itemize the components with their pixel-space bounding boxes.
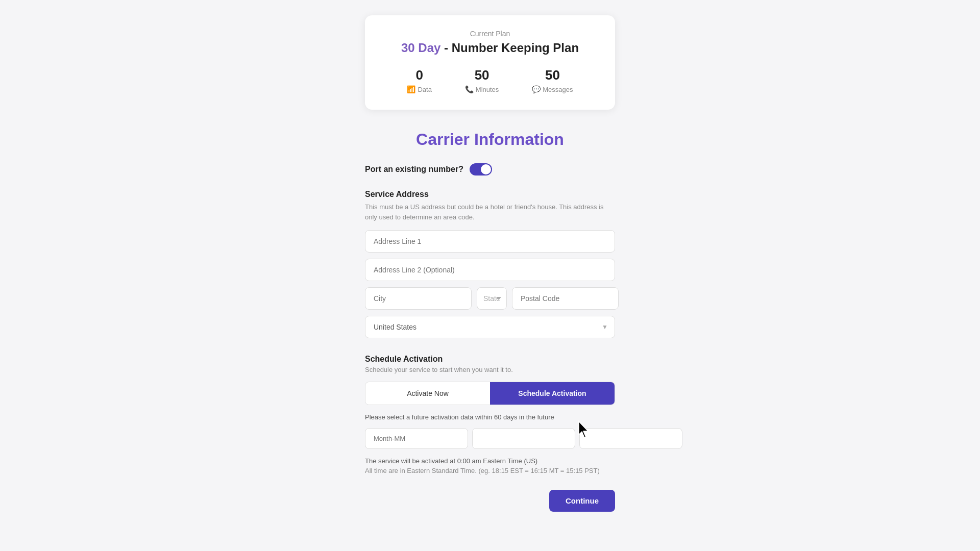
stat-minutes: 50 📞 Minutes xyxy=(465,67,499,93)
plan-stats: 0 📶 Data 50 📞 Minutes 50 💬 Messages xyxy=(396,67,584,93)
service-address-desc: This must be a US address but could be a… xyxy=(365,202,615,222)
city-state-postal-row: State xyxy=(365,287,615,310)
address-line2-input[interactable] xyxy=(365,259,615,281)
port-toggle-row: Port an existing number? xyxy=(365,163,615,176)
stat-data: 0 📶 Data xyxy=(407,67,431,93)
date-row xyxy=(365,428,615,449)
phone-icon: 📞 xyxy=(465,85,474,93)
address-line1-input[interactable] xyxy=(365,230,615,253)
schedule-activation-button[interactable]: Schedule Activation xyxy=(490,382,615,405)
country-select[interactable]: United States xyxy=(365,316,615,338)
time-note: The service will be activated at 0:00 am… xyxy=(365,457,615,465)
activation-toggle-row: Activate Now Schedule Activation xyxy=(365,382,615,405)
stat-data-value: 0 xyxy=(415,67,423,83)
plan-card-label: Current Plan xyxy=(396,30,584,38)
activation-hint: Please select a future activation data w… xyxy=(365,413,615,421)
wifi-icon: 📶 xyxy=(407,85,415,93)
plan-card: Current Plan 30 Day - Number Keeping Pla… xyxy=(365,15,615,110)
activate-now-button[interactable]: Activate Now xyxy=(365,382,490,405)
service-address-header: Service Address xyxy=(365,190,615,199)
postal-code-input[interactable] xyxy=(512,287,619,310)
port-toggle[interactable] xyxy=(470,163,492,176)
year-input[interactable] xyxy=(579,428,682,449)
schedule-header: Schedule Activation xyxy=(365,355,615,364)
carrier-form: Carrier Information Port an existing num… xyxy=(365,130,615,512)
stat-messages-label: 💬 Messages xyxy=(532,85,573,93)
stat-messages-value: 50 xyxy=(545,67,560,83)
stat-minutes-label: 📞 Minutes xyxy=(465,85,499,93)
schedule-desc: Schedule your service to start when you … xyxy=(365,366,615,373)
carrier-section-title: Carrier Information xyxy=(365,130,615,149)
time-note-sub: All time are in Eastern Standard Time. (… xyxy=(365,467,615,474)
continue-button[interactable]: Continue xyxy=(549,490,615,512)
plan-highlight: 30 Day xyxy=(401,41,440,55)
city-input[interactable] xyxy=(365,287,472,310)
service-address-section: Service Address This must be a US addres… xyxy=(365,190,615,355)
plan-card-title: 30 Day - Number Keeping Plan xyxy=(396,41,584,55)
message-icon: 💬 xyxy=(532,85,541,93)
stat-data-label: 📶 Data xyxy=(407,85,431,93)
day-input[interactable] xyxy=(472,428,575,449)
schedule-activation-section: Schedule Activation Schedule your servic… xyxy=(365,355,615,490)
country-select-wrapper: United States ▼ xyxy=(365,316,615,338)
continue-row: Continue xyxy=(365,490,615,512)
stat-messages: 50 💬 Messages xyxy=(532,67,573,93)
state-select[interactable]: State xyxy=(477,287,507,310)
stat-minutes-value: 50 xyxy=(475,67,489,83)
month-input[interactable] xyxy=(365,428,468,449)
port-label: Port an existing number? xyxy=(365,165,463,174)
